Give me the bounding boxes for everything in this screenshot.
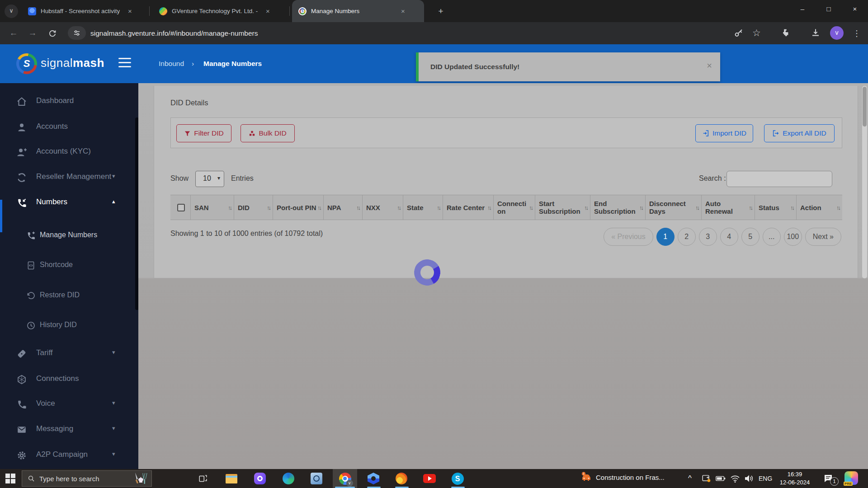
profile-avatar[interactable]: v [830, 26, 844, 40]
url-field[interactable]: signalmash.gventure.info/#/inbound/manag… [90, 22, 258, 44]
tab-gventure[interactable]: GVenture Technology Pvt. Ltd. - × [153, 0, 287, 22]
sidebar-toggle-icon[interactable] [118, 58, 131, 69]
sidebar-item-tariff[interactable]: Tariff ▾ [0, 343, 138, 365]
volume-icon[interactable] [741, 471, 756, 486]
skype-icon[interactable]: S [450, 471, 465, 486]
sort-icon[interactable]: ↑↓ [790, 204, 793, 211]
file-explorer-icon[interactable] [224, 471, 239, 486]
bookmark-star-icon[interactable]: ☆ [752, 28, 761, 38]
tab-manage-numbers-active[interactable]: S Manage Numbers × [292, 0, 424, 22]
extensions-puzzle-icon[interactable] [780, 28, 790, 38]
task-view-icon[interactable] [196, 471, 210, 486]
sidebar-item-messaging[interactable]: Messaging ▾ [0, 418, 138, 441]
taskbar-search[interactable]: Type here to search [22, 470, 152, 487]
tab-close-icon[interactable]: × [263, 7, 272, 16]
search-input[interactable] [726, 171, 832, 187]
reload-icon[interactable] [45, 27, 60, 41]
column-header-connection[interactable]: Connection↑↓ [493, 195, 535, 220]
signalmash-logo-icon[interactable] [16, 53, 37, 74]
sidebar-item-accounts[interactable]: Accounts [0, 116, 138, 139]
language-indicator[interactable]: ENG [759, 469, 772, 488]
sort-icon[interactable]: ↑↓ [695, 204, 698, 211]
sort-icon[interactable]: ↑↓ [437, 204, 440, 211]
column-header-state[interactable]: State↑↓ [403, 195, 443, 220]
window-minimize-button[interactable]: – [789, 0, 816, 19]
hexagon-app-icon[interactable] [366, 471, 381, 486]
window-close-button[interactable]: × [842, 0, 868, 19]
site-info-icon[interactable] [68, 26, 86, 40]
filter-did-button[interactable]: Filter DID [176, 124, 231, 142]
password-key-icon[interactable] [733, 28, 744, 38]
edge-browser-icon[interactable] [281, 471, 296, 486]
downloads-icon[interactable] [810, 28, 821, 38]
sidebar-item-history-did[interactable]: History DID [0, 315, 138, 338]
media-player-icon[interactable] [253, 471, 267, 486]
pagination-page-3[interactable]: 3 [699, 228, 717, 246]
sidebar-item-connections[interactable]: Connections [0, 368, 138, 391]
sort-icon[interactable]: ↑↓ [228, 204, 231, 211]
taskbar-news-widget[interactable]: ! Construction on Fras... [580, 472, 665, 483]
pagination-next-button[interactable]: Next » [805, 228, 841, 246]
taskbar-clock[interactable]: 16:39 12-06-2024 [774, 470, 816, 487]
column-header-status[interactable]: Status↑↓ [755, 195, 796, 220]
sort-icon[interactable]: ↑↓ [529, 204, 532, 211]
sidebar-item-reseller-management[interactable]: Reseller Management ▾ [0, 166, 138, 189]
sort-icon[interactable]: ↑↓ [487, 204, 491, 211]
import-did-button[interactable]: Import DID [695, 124, 753, 142]
tab-hubstaff[interactable]: Hubstaff - Screenshot activity × [22, 0, 148, 22]
battery-icon[interactable] [713, 471, 728, 486]
page-scrollbar[interactable] [862, 86, 867, 278]
select-all-checkbox[interactable] [177, 204, 185, 211]
sidebar-item-a2p-campaign[interactable]: A2P Campaign ▾ [0, 444, 138, 467]
entries-select[interactable]: 10 ▾ [195, 171, 224, 187]
pagination-page-5[interactable]: 5 [741, 228, 760, 246]
youtube-icon[interactable] [422, 471, 437, 486]
sort-icon[interactable]: ↑↓ [584, 204, 587, 211]
sidebar-item-restore-did[interactable]: Restore DID [0, 285, 138, 308]
tab-close-icon[interactable]: × [125, 7, 134, 16]
sort-icon[interactable]: ↑↓ [356, 204, 359, 211]
sort-icon[interactable]: ↑↓ [317, 204, 321, 211]
pagination-page-2[interactable]: 2 [678, 228, 696, 246]
tab-search-button[interactable]: ∨ [5, 5, 18, 18]
forward-icon[interactable]: → [25, 26, 40, 41]
back-icon[interactable]: ← [6, 26, 21, 41]
sort-icon[interactable]: ↑↓ [267, 204, 270, 211]
column-header-port-out-pin[interactable]: Port-out PIN↑↓ [273, 195, 323, 220]
column-header-disconnect-days[interactable]: Disconnect Days↑↓ [645, 195, 701, 220]
sort-icon[interactable]: ↑↓ [749, 204, 752, 211]
sidebar-item-numbers[interactable]: Numbers ▴ [0, 192, 138, 214]
column-header-start-subscription[interactable]: Start Subscription↑↓ [535, 195, 590, 220]
column-header-rate-center[interactable]: Rate Center↑↓ [443, 195, 493, 220]
pagination-previous-button[interactable]: « Previous [604, 228, 653, 246]
start-button-icon[interactable] [5, 474, 15, 483]
new-tab-button[interactable]: + [435, 5, 447, 17]
column-header-end-subscription[interactable]: End Subscription↑↓ [590, 195, 645, 220]
photos-app-icon[interactable] [309, 471, 324, 486]
sidebar-item-accounts-kyc[interactable]: Accounts (KYC) [0, 141, 138, 164]
tab-close-icon[interactable]: × [398, 7, 407, 16]
browser-menu-icon[interactable]: ⋮ [853, 28, 861, 39]
bulk-did-button[interactable]: Bulk DID [241, 124, 295, 142]
scrollbar-thumb[interactable] [863, 87, 867, 127]
sidebar-item-manage-numbers[interactable]: Manage Numbers [0, 225, 138, 248]
chrome-browser-icon[interactable]: ∨ [338, 471, 352, 486]
export-all-did-button[interactable]: Export All DID [764, 124, 835, 142]
column-header-nxx[interactable]: NXX↑↓ [362, 195, 403, 220]
breadcrumb-parent[interactable]: Inbound [159, 44, 184, 83]
sidebar-item-shortcode[interactable]: Shortcode [0, 255, 138, 277]
sort-icon[interactable]: ↑↓ [639, 204, 642, 211]
tray-chevron-up[interactable]: ^ [688, 469, 692, 488]
column-header-auto-renewal[interactable]: Auto Renewal↑↓ [701, 195, 755, 220]
toast-close-icon[interactable]: × [707, 61, 712, 71]
column-header-san[interactable]: SAN↑↓ [190, 195, 234, 220]
copilot-icon[interactable]: PRE [844, 471, 858, 485]
pagination-page-4[interactable]: 4 [720, 228, 738, 246]
sidebar-item-voice[interactable]: Voice ▾ [0, 393, 138, 416]
pagination-page-100[interactable]: 100 [784, 228, 802, 246]
column-header-did[interactable]: DID↑↓ [234, 195, 273, 220]
wifi-icon[interactable] [728, 471, 742, 486]
sort-icon[interactable]: ↑↓ [397, 204, 400, 211]
window-maximize-button[interactable]: □ [816, 0, 842, 19]
column-header-npa[interactable]: NPA↑↓ [323, 195, 362, 220]
